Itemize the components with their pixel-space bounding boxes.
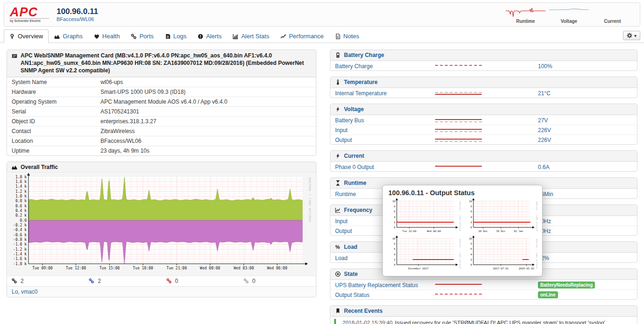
svg-text:-1.6 k: -1.6 k: [13, 257, 27, 261]
voltage-panel: Voltage Battery Bus27V Input226V Output2…: [330, 104, 637, 145]
svg-text:4: 4: [394, 253, 396, 256]
svg-text:Wed 06:00: Wed 06:00: [267, 266, 287, 270]
device-location-link[interactable]: BFaccess/WL06: [57, 16, 98, 22]
sensor-sparkline[interactable]: [435, 65, 482, 66]
overall-traffic-header: Overall Traffic: [7, 162, 316, 173]
sensor-value: 0.6A: [538, 164, 550, 170]
sensor-sparkline[interactable]: [435, 139, 482, 142]
svg-text:10: 10: [469, 200, 472, 203]
table-row: ContactZibraWireless: [7, 126, 316, 136]
svg-text:0: 0: [471, 263, 472, 266]
tab-graphs[interactable]: Graphs: [49, 29, 88, 43]
sensor-sparkline[interactable]: [435, 284, 482, 285]
sensor-link[interactable]: Battery Charge: [335, 63, 373, 70]
svg-text:-1.2 k: -1.2 k: [13, 247, 27, 252]
sensor-link[interactable]: Load: [335, 255, 348, 261]
tab-notes[interactable]: Notes: [329, 29, 365, 43]
sensor-sparkline[interactable]: [435, 129, 482, 132]
svg-text:30 Dec: 30 Dec: [496, 230, 506, 232]
tab-performance[interactable]: Performance: [275, 29, 329, 43]
percent-icon: %: [335, 244, 341, 250]
sensor-link[interactable]: Input: [335, 218, 348, 225]
sensor-link[interactable]: Output: [335, 137, 352, 143]
svg-text:8: 8: [394, 242, 395, 245]
port-link-icon: [243, 278, 249, 284]
svg-text:2: 2: [394, 258, 395, 261]
sensor-link[interactable]: Output: [335, 228, 352, 234]
svg-text:RRDTOOL / TOBI OETIKER: RRDTOOL / TOBI OETIKER: [459, 202, 461, 232]
output-status-graph-year: 02468102017-07-012018-01-01RRDTOOL / TOB…: [463, 236, 539, 272]
sensor-value: 27V: [538, 117, 548, 124]
svg-text:Wed 00:00: Wed 00:00: [200, 266, 221, 270]
sensor-link[interactable]: Battery Bus: [335, 117, 364, 124]
sensor-row: Input226V: [330, 125, 637, 134]
port-count-down[interactable]: 0: [162, 276, 239, 286]
sensor-link[interactable]: Runtime: [335, 191, 356, 197]
graphs-icon: [54, 34, 60, 39]
svg-text:10: 10: [392, 237, 395, 240]
current-sparkline[interactable]: [591, 5, 634, 18]
svg-text:Tue 21:00: Tue 21:00: [166, 266, 187, 270]
graph-hover-popup: 100.96.0.11 - Output Status 0246810Tue 1…: [382, 185, 543, 276]
minigraph-label: Current: [591, 19, 634, 24]
port-count-disabled[interactable]: 0: [239, 276, 316, 286]
event-timestamp: 2018-01-02 15:39:40: [343, 320, 395, 324]
sensor-link[interactable]: Input: [335, 127, 348, 134]
svg-text:2: 2: [394, 221, 395, 224]
sensor-row: Phase 0 Output0.6A: [330, 162, 637, 171]
svg-text:0.0: 0.0: [20, 218, 27, 223]
svg-text:1.8 k: 1.8 k: [15, 175, 27, 179]
minigraph-label: Runtime: [504, 19, 547, 24]
tab-ports[interactable]: Ports: [125, 29, 159, 43]
thermometer-icon: [335, 79, 341, 85]
svg-text:10: 10: [469, 237, 472, 240]
system-description: APC Web/SNMP Management Card (MB:v4.1.0 …: [21, 52, 311, 74]
sensor-row: UPS Battery Replacement StatusBatteryNee…: [330, 280, 637, 289]
tab-health[interactable]: Health: [88, 29, 126, 43]
svg-text:-1.8 k: -1.8 k: [13, 262, 27, 266]
svg-text:2018-01-01: 2018-01-01: [519, 267, 534, 270]
sensor-row: Output226V: [330, 134, 637, 144]
hourglass-icon: [335, 180, 341, 186]
svg-text:8: 8: [394, 205, 395, 208]
svg-text:2: 2: [471, 221, 472, 224]
sensor-sparkline[interactable]: [435, 92, 482, 95]
battery-charge-panel: Battery Charge Battery Charge100%: [330, 49, 637, 71]
sensor-row: Battery Bus27V: [330, 115, 637, 125]
overall-traffic-graph[interactable]: 1.8 k1.6 k1.4 k1.2 k1.0 k0.8 k0.6 k0.4 k…: [7, 173, 316, 275]
settings-button[interactable]: ▾: [623, 31, 640, 40]
minigraph-runtime[interactable]: Runtime: [504, 5, 547, 24]
sensor-sparkline[interactable]: [435, 119, 482, 122]
svg-text:December 2017: December 2017: [408, 267, 429, 270]
sensor-link[interactable]: Output Status: [335, 292, 369, 298]
runtime-sparkline[interactable]: [504, 5, 547, 18]
svg-text:1.6 k: 1.6 k: [15, 180, 27, 184]
tab-alerts[interactable]: Alerts: [192, 29, 227, 43]
interfaces-link[interactable]: Lo, vmac0: [7, 286, 316, 297]
svg-text:2017-07-01: 2017-07-01: [493, 267, 508, 270]
tab-alert-stats[interactable]: Alert Stats: [227, 29, 275, 43]
sensor-sparkline[interactable]: [435, 166, 482, 167]
port-count-up[interactable]: 2: [84, 276, 161, 286]
voltage-sparkline[interactable]: [547, 5, 591, 18]
port-count-total[interactable]: 2: [7, 276, 84, 286]
minigraph-label: Voltage: [547, 19, 591, 24]
sensor-sparkline[interactable]: [435, 294, 482, 295]
table-row: SerialAS1705241301: [7, 106, 316, 116]
port-link-icon: [166, 278, 172, 284]
sensor-link[interactable]: Phase 0 Output: [335, 164, 374, 170]
minigraph-current[interactable]: Current: [591, 5, 634, 24]
sensor-link[interactable]: Internal Temperature: [335, 90, 387, 97]
svg-text:1.4 k: 1.4 k: [15, 185, 27, 189]
port-counts-row: 2 2 0 0: [7, 275, 316, 286]
panel-title: Overall Traffic: [21, 164, 58, 170]
status-badge: onLine: [538, 291, 558, 298]
tab-overview[interactable]: Overview: [4, 29, 49, 43]
sensor-link[interactable]: UPS Battery Replacement Status: [335, 282, 418, 289]
minigraph-voltage[interactable]: Voltage: [547, 5, 591, 24]
svg-text:0: 0: [394, 263, 395, 266]
svg-text:Tue 12:00: Tue 12:00: [402, 230, 416, 232]
svg-text:01 Jan: 01 Jan: [514, 230, 523, 232]
tab-logs[interactable]: Logs: [159, 29, 192, 43]
ports-icon: [131, 34, 136, 39]
